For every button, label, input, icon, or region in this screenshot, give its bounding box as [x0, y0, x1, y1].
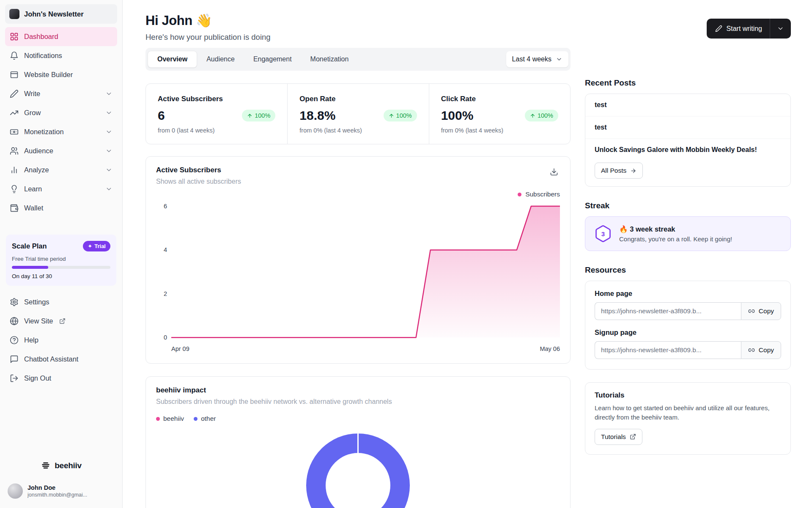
- wallet-icon: [10, 204, 19, 213]
- sidebar-item-label: Grow: [24, 109, 41, 117]
- sidebar-item-notifications[interactable]: Notifications: [5, 46, 117, 65]
- impact-donut: [306, 433, 410, 508]
- workspace-switcher[interactable]: John's Newsletter: [5, 4, 117, 24]
- stat-click-rate: Click Rate 100% 100% from 0% (last 4 wee…: [429, 84, 570, 144]
- download-chart-button[interactable]: [548, 166, 560, 178]
- lightbulb-icon: [10, 185, 19, 193]
- tab-overview[interactable]: Overview: [148, 51, 197, 68]
- plan-progress-fill: [12, 266, 48, 269]
- sidebar-item-help[interactable]: Help: [5, 331, 117, 350]
- plan-day-text: On day 11 of 30: [12, 273, 110, 279]
- tutorials-button[interactable]: Tutorials: [595, 429, 642, 445]
- signup-page-url-input[interactable]: [595, 341, 741, 359]
- chart-legend: Subscribers: [156, 190, 560, 198]
- change-badge: 100%: [384, 110, 417, 121]
- help-circle-icon: [10, 336, 19, 345]
- stat-note: from 0% (last 4 weeks): [441, 127, 558, 134]
- sidebar-item-settings[interactable]: Settings: [5, 293, 117, 312]
- brand-name: beehiiv: [55, 461, 81, 470]
- chat-bubble-icon: [10, 355, 19, 364]
- link-icon: [748, 347, 755, 353]
- tab-audience[interactable]: Audience: [197, 51, 244, 67]
- home-page-label: Home page: [595, 290, 781, 298]
- sidebar-item-chatbot-assistant[interactable]: Chatbot Assistant: [5, 350, 117, 369]
- change-badge: 100%: [242, 110, 275, 121]
- chevron-down-icon: [777, 25, 784, 32]
- sidebar-item-label: Chatbot Assistant: [24, 355, 78, 363]
- sidebar-item-write[interactable]: Write: [5, 84, 117, 103]
- post-item[interactable]: Unlock Savings Galore with Mobbin Weekly…: [585, 139, 790, 161]
- trial-badge[interactable]: ✦ Trial: [83, 241, 110, 251]
- sidebar-item-website-builder[interactable]: Website Builder: [5, 65, 117, 84]
- link-icon: [748, 308, 755, 315]
- post-item[interactable]: test: [585, 94, 790, 116]
- recent-posts-card: test test Unlock Savings Galore with Mob…: [585, 94, 791, 187]
- sidebar-item-monetization[interactable]: Monetization: [5, 122, 117, 141]
- sidebar-item-label: View Site: [24, 317, 53, 325]
- page-title: Hi John 👋: [145, 13, 271, 28]
- stat-note: from 0 (last 4 weeks): [158, 127, 275, 134]
- sidebar-item-dashboard[interactable]: Dashboard: [5, 27, 117, 46]
- tutorials-card: Tutorials Learn how to get started on be…: [585, 382, 791, 455]
- tab-engagement[interactable]: Engagement: [244, 51, 301, 67]
- plan-subtitle: Free Trial time period: [12, 256, 110, 262]
- impact-title: beehiiv impact: [156, 386, 560, 395]
- dashboard-tabs: Overview Audience Engagement Monetizatio…: [145, 48, 571, 71]
- plan-card: Scale Plan ✦ Trial Free Trial time perio…: [6, 235, 116, 286]
- chevron-down-icon: [105, 166, 112, 174]
- start-writing-button[interactable]: Start writing: [707, 19, 791, 39]
- home-page-url-input[interactable]: [595, 302, 741, 320]
- sidebar-item-label: Sign Out: [24, 374, 51, 382]
- user-menu[interactable]: John Doe jonsmith.mobbin@gmai...: [5, 482, 117, 500]
- post-item[interactable]: test: [585, 116, 790, 139]
- sign-out-icon: [10, 374, 19, 383]
- sparkle-icon: ✦: [88, 243, 92, 249]
- streak-message: Congrats, you're on a roll. Keep it goin…: [619, 235, 732, 243]
- plan-title: Scale Plan: [12, 242, 47, 250]
- grid-icon: [10, 32, 19, 41]
- subscribers-line-chart: [171, 202, 560, 341]
- copy-home-url-button[interactable]: Copy: [741, 302, 781, 320]
- sidebar-item-label: Audience: [24, 147, 53, 155]
- chart-subtitle: Shows all active subscribers: [156, 178, 241, 185]
- tab-monetization[interactable]: Monetization: [301, 51, 358, 67]
- sidebar-item-audience[interactable]: Audience: [5, 141, 117, 160]
- bell-icon: [10, 51, 19, 60]
- tutorials-title: Tutorials: [595, 391, 781, 400]
- arrow-up-icon: [247, 113, 252, 119]
- sidebar-item-learn[interactable]: Learn: [5, 179, 117, 199]
- recent-posts-heading: Recent Posts: [585, 78, 791, 88]
- copy-signup-url-button[interactable]: Copy: [741, 341, 781, 359]
- gear-icon: [10, 298, 19, 306]
- sidebar-item-sign-out[interactable]: Sign Out: [5, 369, 117, 388]
- user-name: John Doe: [27, 484, 87, 491]
- impact-donut-hole: [326, 453, 390, 508]
- streak-hexagon-icon: 3: [594, 224, 612, 244]
- x-axis-labels: Apr 09 May 06: [171, 345, 560, 352]
- external-link-icon: [630, 433, 636, 440]
- tutorials-description: Learn how to get started on beehiiv and …: [595, 403, 781, 422]
- sidebar-item-view-site[interactable]: View Site: [5, 312, 117, 331]
- resources-heading: Resources: [585, 265, 791, 275]
- pencil-icon: [715, 25, 722, 32]
- users-icon: [10, 146, 19, 155]
- start-writing-dropdown[interactable]: [770, 19, 791, 39]
- workspace-name: John's Newsletter: [24, 10, 84, 18]
- user-email: jonsmith.mobbin@gmai...: [27, 492, 87, 498]
- sidebar-item-label: Dashboard: [24, 33, 58, 41]
- sidebar-item-analyze[interactable]: Analyze: [5, 160, 117, 179]
- brand: beehiiv: [5, 461, 117, 471]
- chevron-down-icon: [105, 109, 112, 116]
- subscribers-chart-card: Active Subscribers Shows all active subs…: [145, 156, 571, 364]
- period-select[interactable]: Last 4 weeks: [506, 51, 568, 67]
- sidebar-item-wallet[interactable]: Wallet: [5, 199, 117, 218]
- stat-value: 100%: [441, 108, 474, 123]
- sidebar-item-label: Wallet: [24, 204, 43, 212]
- arrow-up-icon: [530, 113, 535, 119]
- all-posts-button[interactable]: All Posts: [595, 163, 643, 179]
- chevron-down-icon: [556, 56, 562, 63]
- globe-icon: [10, 317, 19, 326]
- sidebar-item-label: Learn: [24, 185, 42, 193]
- sidebar-item-grow[interactable]: Grow: [5, 103, 117, 122]
- download-icon: [550, 168, 558, 176]
